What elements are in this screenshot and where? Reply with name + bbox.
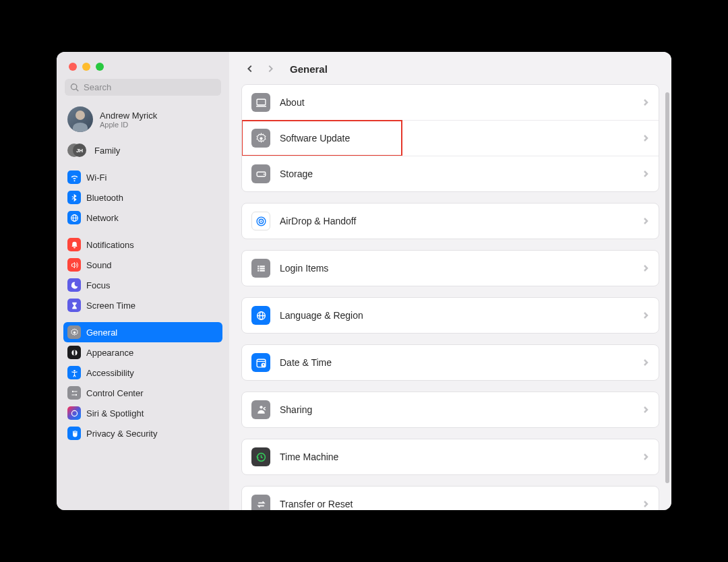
sidebar-item-network[interactable]: Network [63, 208, 222, 228]
appearance-icon [67, 346, 81, 359]
svg-rect-24 [260, 270, 264, 271]
sidebar-item-label: Focus [86, 280, 110, 290]
sidebar-item-label: Sound [86, 260, 112, 270]
chevron-right-icon [642, 96, 649, 108]
sidebar-item-notifications[interactable]: Notifications [63, 235, 222, 255]
forward-button[interactable] [263, 61, 278, 76]
chevron-right-icon [642, 404, 649, 416]
svg-point-15 [263, 173, 264, 175]
sidebar-item-screentime[interactable]: Screen Time [63, 295, 222, 315]
list-icon [251, 259, 270, 278]
svg-rect-22 [260, 268, 264, 269]
globe-icon [67, 211, 81, 224]
panel-airdrop: AirDrop & Handoff [241, 203, 659, 239]
sidebar-item-label: Screen Time [86, 301, 135, 311]
svg-rect-11 [257, 99, 266, 105]
panel-login: Login Items [241, 250, 659, 286]
sidebar-item-siri[interactable]: Siri & Spotlight [63, 403, 222, 423]
chevron-right-icon [642, 309, 649, 321]
panel-system: About Software Update Storage [241, 84, 659, 192]
svg-point-13 [260, 137, 262, 139]
family-label: Family [94, 146, 120, 156]
chevron-right-icon [642, 262, 649, 274]
speaker-icon [67, 258, 81, 272]
main-content: General About Software Update Storage [229, 52, 671, 510]
sidebar-item-appearance[interactable]: Appearance [63, 342, 222, 363]
account-name: Andrew Myrick [100, 111, 157, 121]
row-storage[interactable]: Storage [242, 156, 659, 191]
panel-sharing: Sharing [241, 392, 659, 428]
avatar [67, 106, 93, 132]
panel-datetime: Date & Time [241, 344, 659, 381]
row-sharing[interactable]: Sharing [242, 392, 659, 427]
sidebar-item-sound[interactable]: Sound [63, 255, 222, 275]
accessibility-icon [67, 366, 81, 379]
apple-id-account[interactable]: Andrew Myrick Apple ID [63, 102, 222, 139]
gear-icon [67, 325, 81, 339]
chevron-right-icon [642, 498, 649, 510]
row-airdrop[interactable]: AirDrop & Handoff [242, 204, 659, 239]
svg-rect-23 [257, 270, 259, 271]
sidebar-item-label: Siri & Spotlight [86, 408, 144, 418]
share-icon [251, 400, 270, 419]
main-scrollbar[interactable] [665, 92, 669, 483]
svg-rect-21 [257, 268, 259, 269]
bell-icon [67, 238, 81, 251]
sidebar: Andrew Myrick Apple ID JH Family Wi-Fi B… [57, 52, 229, 510]
maximize-button[interactable] [96, 63, 104, 71]
row-label: Language & Region [280, 310, 633, 321]
row-time-machine[interactable]: Time Machine [242, 439, 659, 474]
minimize-button[interactable] [82, 63, 90, 71]
sidebar-item-bluetooth[interactable]: Bluetooth [63, 187, 222, 208]
sidebar-item-focus[interactable]: Focus [63, 275, 222, 295]
row-label: Time Machine [280, 451, 633, 462]
laptop-icon [251, 93, 270, 112]
chevron-right-icon [642, 215, 649, 227]
sidebar-item-label: Control Center [86, 388, 144, 398]
row-label: Storage [280, 168, 633, 179]
close-button[interactable] [69, 63, 77, 71]
hourglass-icon [67, 299, 81, 312]
back-button[interactable] [243, 61, 257, 76]
family-icon: JH [67, 143, 88, 158]
row-transfer-reset[interactable]: Transfer or Reset [242, 487, 659, 510]
hand-icon [67, 427, 81, 440]
chevron-right-icon [642, 132, 649, 144]
search-field[interactable] [65, 79, 221, 96]
sidebar-item-controlcenter[interactable]: Control Center [63, 383, 222, 403]
row-about[interactable]: About [242, 85, 659, 120]
row-label: Sharing [280, 404, 633, 415]
system-settings-window: Andrew Myrick Apple ID JH Family Wi-Fi B… [57, 52, 671, 510]
sidebar-item-label: Notifications [86, 240, 134, 250]
svg-point-6 [71, 390, 73, 392]
row-label: Transfer or Reset [280, 499, 633, 509]
sidebar-scroll: Andrew Myrick Apple ID JH Family Wi-Fi B… [57, 102, 229, 510]
row-label: Login Items [280, 263, 633, 274]
page-title: General [290, 63, 328, 75]
disk-icon [251, 164, 270, 183]
row-label: Date & Time [280, 357, 633, 368]
arrows-icon [251, 495, 270, 510]
row-software-update[interactable]: Software Update [242, 120, 659, 156]
sidebar-item-general[interactable]: General [63, 322, 222, 342]
row-language-region[interactable]: Language & Region [242, 298, 659, 333]
sidebar-item-label: Wi-Fi [86, 173, 107, 183]
row-date-time[interactable]: Date & Time [242, 345, 659, 380]
chevron-right-icon [642, 451, 649, 463]
sidebar-item-label: Network [86, 213, 119, 223]
sidebar-item-label: Appearance [86, 348, 133, 358]
sidebar-item-accessibility[interactable]: Accessibility [63, 363, 222, 383]
panel-language: Language & Region [241, 297, 659, 334]
chevron-right-icon [642, 356, 649, 369]
moon-icon [67, 278, 81, 292]
sidebar-item-wifi[interactable]: Wi-Fi [63, 167, 222, 187]
svg-point-18 [260, 220, 262, 222]
sidebar-item-family[interactable]: JH Family [63, 139, 222, 162]
sidebar-item-privacy[interactable]: Privacy & Security [63, 423, 222, 443]
row-login-items[interactable]: Login Items [242, 251, 659, 286]
search-input[interactable] [84, 82, 216, 92]
svg-point-31 [260, 406, 262, 408]
calendar-icon [251, 353, 270, 372]
sidebar-item-label: General [86, 327, 117, 338]
svg-point-3 [73, 331, 75, 334]
